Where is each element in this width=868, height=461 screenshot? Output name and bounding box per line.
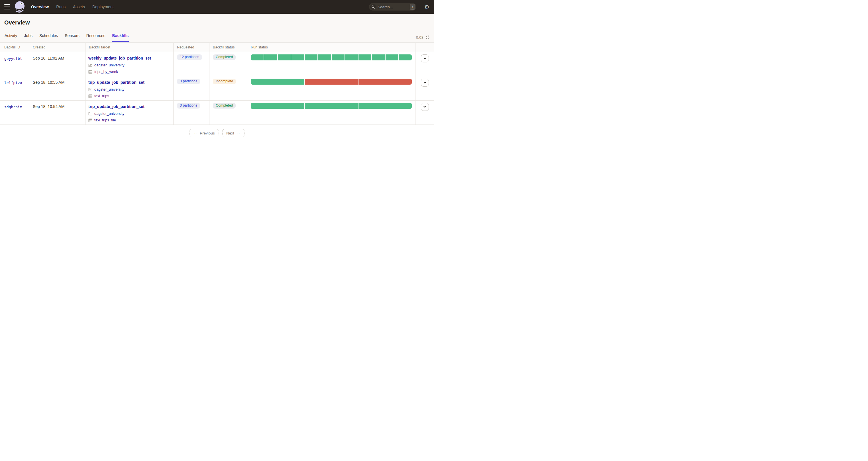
asset-link[interactable]: trips_by_week	[94, 70, 118, 74]
search-bar[interactable]: /	[369, 3, 416, 10]
slash-shortcut-key: /	[410, 4, 415, 10]
table-header-row: Backfill ID Created Backfill target Requ…	[0, 43, 434, 52]
chevron-down-icon	[423, 57, 427, 60]
nav-item-overview[interactable]: Overview	[31, 5, 49, 9]
page-title: Overview	[4, 19, 430, 26]
backfill-id-link[interactable]: zdqbrnim	[4, 105, 22, 109]
created-timestamp: Sep 18, 10:55 AM	[29, 76, 86, 100]
run-segment-success[interactable]	[318, 54, 331, 60]
app-root: Overview Runs Assets Deployment / ⚙ Over…	[0, 0, 434, 230]
arrow-right-icon: →	[237, 131, 241, 135]
tab-activity[interactable]: Activity	[4, 30, 18, 42]
refresh-countdown: 0:08	[416, 35, 430, 40]
previous-page-button[interactable]: ← Previous	[189, 129, 219, 137]
asset-link[interactable]: taxi_trips_file	[94, 118, 116, 122]
requested-partitions-badge[interactable]: 3 partitions	[177, 79, 200, 84]
backfill-id-link[interactable]: goyycfbt	[4, 56, 22, 61]
run-segment-success[interactable]	[251, 79, 304, 85]
run-segment-success[interactable]	[385, 54, 398, 60]
dagster-logo-icon[interactable]	[14, 1, 26, 13]
requested-partitions-badge[interactable]: 12 partitions	[177, 54, 202, 60]
column-header-actions	[415, 43, 434, 52]
search-input[interactable]	[378, 5, 409, 9]
run-segment-success[interactable]	[251, 54, 264, 60]
run-segment-success[interactable]	[305, 54, 317, 60]
arrow-left-icon: ←	[193, 131, 197, 135]
primary-nav: Overview Runs Assets Deployment	[31, 5, 114, 9]
backfill-id-link[interactable]: lelfptza	[4, 81, 22, 85]
run-segment-success[interactable]	[291, 54, 304, 60]
refresh-timer: 0:08	[416, 35, 424, 40]
backfill-target-link[interactable]: trip_update_job_partition_set	[88, 80, 145, 85]
partition-grid-icon	[88, 94, 92, 98]
hamburger-menu-icon[interactable]	[4, 4, 11, 10]
search-icon	[370, 4, 376, 10]
row-actions-button[interactable]	[421, 79, 429, 87]
nav-item-runs[interactable]: Runs	[56, 5, 66, 9]
row-actions-button[interactable]	[421, 103, 429, 111]
refresh-icon[interactable]	[426, 35, 430, 40]
table-row: zdqbrnim Sep 18, 10:54 AM trip_update_jo…	[0, 100, 434, 125]
folder-icon	[88, 112, 92, 115]
run-segment-success[interactable]	[359, 103, 412, 109]
table-row: lelfptza Sep 18, 10:55 AM trip_update_jo…	[0, 76, 434, 100]
run-segment-success[interactable]	[345, 54, 358, 60]
run-segment-success[interactable]	[372, 54, 385, 60]
backfill-status-badge: Incomplete	[213, 79, 236, 84]
row-actions-button[interactable]	[421, 54, 429, 62]
gear-icon[interactable]: ⚙	[424, 4, 429, 10]
folder-icon	[88, 88, 92, 91]
tab-sensors[interactable]: Sensors	[64, 30, 80, 42]
backfill-status-badge: Completed	[213, 54, 236, 60]
chevron-down-icon	[423, 106, 427, 108]
tab-jobs[interactable]: Jobs	[24, 30, 33, 42]
code-location-link[interactable]: dagster_university	[94, 112, 125, 116]
pagination: ← Previous Next →	[0, 129, 434, 137]
run-segment-failure[interactable]	[305, 79, 358, 85]
column-header-backfill-id: Backfill ID	[0, 43, 29, 52]
code-location-link[interactable]: dagster_university	[94, 63, 125, 67]
run-segment-success[interactable]	[399, 54, 412, 60]
requested-partitions-badge[interactable]: 3 partitions	[177, 103, 200, 109]
backfill-target-link[interactable]: weekly_update_job_partition_set	[88, 56, 151, 60]
run-status-bar	[251, 103, 412, 109]
folder-icon	[88, 64, 92, 67]
asset-link[interactable]: taxi_trips	[94, 94, 109, 98]
next-page-button[interactable]: Next →	[222, 129, 245, 137]
top-navbar: Overview Runs Assets Deployment / ⚙	[0, 0, 434, 14]
backfill-status-badge: Completed	[213, 103, 236, 109]
run-segment-success[interactable]	[359, 54, 371, 60]
tab-resources[interactable]: Resources	[86, 30, 106, 42]
run-segment-success[interactable]	[264, 54, 277, 60]
column-header-run-status: Run status	[247, 43, 415, 52]
backfill-target-link[interactable]: trip_update_job_partition_set	[88, 104, 145, 109]
column-header-backfill-target: Backfill target	[86, 43, 174, 52]
partition-grid-icon	[88, 119, 92, 122]
column-header-requested: Requested	[174, 43, 210, 52]
run-segment-success[interactable]	[278, 54, 291, 60]
run-segment-success[interactable]	[251, 103, 304, 109]
nav-item-deployment[interactable]: Deployment	[92, 5, 114, 9]
partition-grid-icon	[88, 70, 92, 74]
run-status-bar	[251, 79, 412, 85]
run-segment-failure[interactable]	[359, 79, 412, 85]
tab-schedules[interactable]: Schedules	[39, 30, 58, 42]
run-segment-success[interactable]	[332, 54, 344, 60]
run-segment-success[interactable]	[305, 103, 358, 109]
created-timestamp: Sep 18, 10:54 AM	[29, 100, 86, 125]
column-header-backfill-status: Backfill status	[210, 43, 247, 52]
backfills-table: Backfill ID Created Backfill target Requ…	[0, 43, 434, 125]
tab-backfills[interactable]: Backfills	[112, 30, 129, 42]
nav-item-assets[interactable]: Assets	[73, 5, 85, 9]
previous-label: Previous	[200, 131, 215, 135]
next-label: Next	[226, 131, 234, 135]
code-location-link[interactable]: dagster_university	[94, 88, 125, 91]
overview-tabs: Activity Jobs Schedules Sensors Resource…	[4, 30, 430, 42]
run-status-bar	[251, 54, 412, 60]
column-header-created: Created	[29, 43, 86, 52]
page-header: Overview Activity Jobs Schedules Sensors…	[0, 14, 434, 43]
chevron-down-icon	[423, 82, 427, 84]
table-row: goyycfbt Sep 18, 11:02 AM weekly_update_…	[0, 52, 434, 76]
created-timestamp: Sep 18, 11:02 AM	[29, 52, 86, 76]
